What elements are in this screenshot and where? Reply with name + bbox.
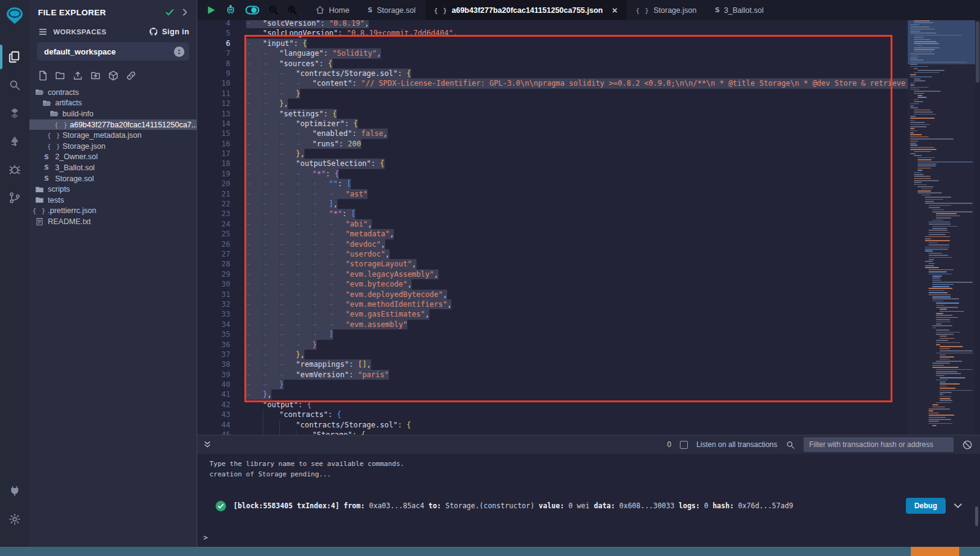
tree-item[interactable]: build-info [29,108,197,119]
play-icon[interactable] [206,5,216,15]
tree-item[interactable]: SStorage.sol [29,173,197,184]
code-line[interactable]: 32→→→→→→"evm.methodIdentifiers", [197,299,908,309]
tree-item[interactable]: S2_Owner.sol [29,152,197,163]
terminal-search-icon[interactable] [786,440,795,449]
tree-item[interactable]: { }a69b43f277ba20fcac141151250ca7... [29,119,197,130]
terminal-scrollbar-thumb[interactable] [975,506,978,526]
minimap-viewport[interactable] [908,20,975,64]
tree-item[interactable]: S3_Ballot.sol [29,162,197,173]
tree-item[interactable]: { }Storage.json [29,141,197,152]
tree-item[interactable]: { }Storage_metadata.json [29,130,197,141]
code-line[interactable]: 22→→→→→], [197,199,908,209]
transaction-row[interactable]: [block:5583405 txIndex:4] from: 0xa03...… [216,498,980,514]
code-line[interactable]: 13→→"settings": { [197,109,908,119]
tree-item[interactable]: tests [29,195,197,206]
sidebar-solidity-compiler-icon[interactable] [0,99,29,127]
code-line[interactable]: 12→→}, [197,99,908,108]
code-line[interactable]: 5"solcLongVersion": "0.8.19+commit.7dd6d… [197,28,908,38]
tx-expand-chevron-icon[interactable] [953,501,963,511]
code-line[interactable]: 33→→→→→→"evm.gasEstimates", [197,309,908,319]
code-line[interactable]: 6→"input": { [197,39,908,48]
tree-item[interactable]: contracts [29,87,197,98]
tab-storage-sol[interactable]: SStorage.sol [358,0,424,20]
code-line[interactable]: 25→→→→→→"metadata", [197,229,908,239]
tree-item[interactable]: artifacts [29,98,197,109]
debug-button[interactable]: Debug [906,498,946,514]
code-line[interactable]: 44"contracts/Storage.sol": { [197,420,908,430]
code-line[interactable]: 39→→→"evmVersion": "paris" [197,370,908,380]
zoom-in-icon[interactable] [287,5,298,15]
tx-filter-input[interactable] [804,437,954,452]
code-line[interactable]: 20→→→→→"": [ [197,179,908,189]
code-line[interactable]: 7→→"language": "Solidity", [197,48,908,58]
code-line[interactable]: 37→→→}, [197,350,908,359]
tree-item[interactable]: scripts [29,184,197,195]
code-line[interactable]: 35→→→→→] [197,329,908,339]
code-line[interactable]: 16→→→→"runs": 200 [197,139,908,149]
code-line[interactable]: 29→→→→→→"evm.legacyAssembly", [197,269,908,279]
code-line[interactable]: 8→→"sources": { [197,59,908,69]
sidebar-settings-icon[interactable] [0,505,29,533]
cube-icon[interactable] [108,70,119,81]
sidebar-file-explorer-icon[interactable] [0,43,29,71]
code-line[interactable]: 28→→→→→→"storageLayout", [197,259,908,269]
workspace-sort-icon[interactable] [174,47,184,57]
status-bar-alert-segment[interactable] [911,547,959,556]
code-line[interactable]: 19→→→→"*": { [197,169,908,179]
tab-3-ballot-sol[interactable]: S3_Ballot.sol [706,0,773,20]
robot-icon[interactable] [225,4,236,16]
code-line[interactable]: 26→→→→→→"devdoc", [197,239,908,249]
expand-terminal-icon[interactable] [203,440,211,449]
tab-a69b43f277ba20fcac141151250ca755-json[interactable]: { }a69b43f277ba20fcac141151250ca755.json… [425,0,627,20]
upload-file-icon[interactable] [72,70,83,81]
remix-logo-icon[interactable] [4,5,26,27]
code-line[interactable]: 27→→→→→→"userdoc", [197,249,908,259]
code-line[interactable]: 38→→→"remappings": [], [197,359,908,369]
editor-scrollbar-thumb[interactable] [976,21,979,83]
chevron-right-icon[interactable] [181,8,189,17]
code-line[interactable]: 14→→→"optimizer": { [197,119,908,129]
code-editor[interactable]: 4→"solcVersion": "0.8.19",5"solcLongVers… [197,20,980,435]
upload-folder-icon[interactable] [90,70,101,81]
toggle-icon[interactable] [245,5,260,15]
code-line[interactable]: 10→→→→"content": "// SPDX-License-Identi… [197,78,908,88]
code-line[interactable]: 4→"solcVersion": "0.8.19", [197,20,908,28]
code-line[interactable]: 45"Storage": { [197,430,908,435]
sidebar-plugin-manager-icon[interactable] [0,477,29,505]
tab-storage-json[interactable]: { }Storage.json [627,0,706,20]
code-line[interactable]: 43"contracts": { [197,410,908,419]
sidebar-debugger-icon[interactable] [0,156,29,184]
code-line[interactable]: 23→→→→→"*": [ [197,209,908,219]
minimap[interactable] [908,20,975,435]
link-icon[interactable] [126,70,137,81]
code-line[interactable]: 34→→→→→→"evm.assembly" [197,320,908,329]
code-line[interactable]: 18→→→"outputSelection": { [197,159,908,168]
code-line[interactable]: 42"output": { [197,400,908,410]
new-folder-icon[interactable] [55,70,66,81]
new-file-icon[interactable] [37,70,48,81]
tree-item[interactable]: README.txt [29,216,197,227]
terminal-prompt[interactable]: > [203,533,208,542]
code-line[interactable]: 24→→→→→→"abi", [197,219,908,229]
code-line[interactable]: 31→→→→→→"evm.deployedBytecode", [197,290,908,299]
zoom-out-icon[interactable] [268,5,279,15]
code-line[interactable]: 11→→→} [197,89,908,99]
tab-home[interactable]: Home [306,0,358,20]
code-line[interactable]: 17→→→}, [197,149,908,159]
hamburger-menu-icon[interactable] [38,28,48,36]
code-line[interactable]: 15→→→→"enabled": false, [197,129,908,138]
sidebar-git-icon[interactable] [0,184,29,212]
code-line[interactable]: 30→→→→→→"evm.bytecode", [197,279,908,289]
code-line[interactable]: 9→→→"contracts/Storage.sol": { [197,69,908,78]
code-line[interactable]: 21→→→→→→"ast" [197,189,908,199]
sidebar-deploy-run-icon[interactable] [0,127,29,156]
clear-console-icon[interactable] [962,440,973,450]
code-line[interactable]: 40→→} [197,380,908,389]
code-line[interactable]: 41→}, [197,389,908,399]
tab-close-icon[interactable]: × [612,5,617,15]
workspace-select[interactable]: default_workspace [37,42,189,61]
sidebar-search-icon[interactable] [0,71,29,99]
code-line[interactable]: 36→→→→} [197,340,908,350]
tree-item[interactable]: { }.prettierrc.json [29,206,197,217]
sign-in-button[interactable]: Sign in [148,27,189,36]
